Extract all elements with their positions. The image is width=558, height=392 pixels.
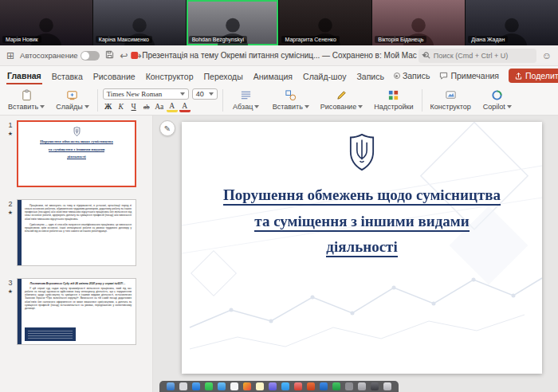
copilot-button[interactable]: Copilot [479,88,516,112]
participant-tile[interactable]: Каріна Максименко [93,0,186,45]
slide-number: 3 [8,279,12,287]
chevron-down-icon [305,105,309,108]
accent-bar [18,279,22,344]
font-name-combo[interactable]: Times New Roman [103,88,189,100]
dock-icon[interactable] [307,382,315,390]
dock-icon[interactable] [243,382,251,390]
dock-icon[interactable] [320,382,328,390]
dock-icon[interactable] [269,382,277,390]
thumbnail-callout-box [25,327,76,341]
chevron-down-icon [358,105,363,108]
search-input[interactable] [434,52,529,60]
dock-icon[interactable] [358,382,366,390]
slide-thumbnail-1[interactable]: Порушення обмежень щодо сумісництва та с… [17,120,136,187]
slide-canvas[interactable]: ✎ [153,116,558,392]
divider [97,89,98,112]
police-emblem[interactable] [347,133,377,171]
dock-icon[interactable] [332,382,340,390]
document-title-bar[interactable]: Презентація на тему Окремі питання суміс… [131,51,426,60]
record-button[interactable]: Запись [394,71,430,80]
document-title: Презентація на тему Окремі питання суміс… [142,51,416,60]
paste-button[interactable]: Вставить [5,88,48,112]
tab-transitions[interactable]: Переходы [203,69,244,84]
tab-draw[interactable]: Рисование [92,69,136,84]
powerpoint-doc-icon [131,52,138,59]
thumbnail-row: 1 ★ Порушення обмежень щодо сумісництва … [4,120,152,187]
slide-title-textbox[interactable]: Порушення обмежень щодо сумісництва та с… [182,182,542,261]
record-icon [394,73,400,79]
participant-name: Каріна Максименко [96,36,152,43]
feedback-smiley-icon[interactable]: ☺ [542,50,552,61]
ribbon-right-actions: Запись Примечания Поделиться [394,69,558,83]
addins-icon [387,89,399,101]
italic-button[interactable]: К [116,102,127,112]
thumbnail-heading: Постанова Верховного Суду від 26 квітня … [18,279,136,286]
bold-button[interactable]: Ж [103,102,114,112]
chevron-down-icon [84,105,89,108]
new-slide-button[interactable]: Слайды [53,88,92,112]
change-case-button[interactable]: Аа [154,102,165,112]
dock-icon[interactable] [179,382,187,390]
divider [222,89,223,112]
chevron-down-icon [209,92,214,96]
tab-record[interactable]: Запись [356,69,384,84]
insert-menu-button[interactable]: Вставить [269,88,312,112]
participant-name: Марія Новик [2,36,41,43]
chevron-down-icon [507,105,512,108]
comment-bubble-icon [439,72,448,80]
participant-tile[interactable]: Вікторія Біданець [372,0,465,45]
highlight-color-button[interactable]: А [167,102,178,112]
ink-tools-button[interactable]: ✎ [159,120,175,136]
font-group: Times New Roman 40 Ж К Ч ab Аа А А [103,88,218,112]
share-button[interactable]: Поделиться [509,69,558,83]
comments-button[interactable]: Примечания [439,71,499,80]
animation-star-icon: ★ [8,210,13,216]
app-grid-icon[interactable]: ⊞ [6,51,14,61]
tab-insert[interactable]: Вставка [51,69,84,84]
autosave-control[interactable]: Автосохранение [20,51,100,61]
underline-button[interactable]: Ч [128,102,140,112]
paragraph-menu-button[interactable]: Абзац [228,88,265,112]
slide-thumbnail-3[interactable]: Постанова Верховного Суду від 26 квітня … [17,278,136,345]
participant-tile[interactable]: Діана Жадан [466,0,558,45]
dock-icon[interactable] [230,382,238,390]
video-call-strip: Марія Новик Каріна Максименко Bohdan Bez… [0,0,558,45]
search-box[interactable] [418,49,536,63]
chevron-down-icon [40,105,45,108]
macos-dock [159,381,399,392]
dock-icon[interactable] [192,382,200,390]
accent-bar [18,200,22,265]
dock-icon[interactable] [281,382,289,390]
draw-menu-button[interactable]: Рисование [317,88,366,112]
designer-button[interactable]: Конструктор [427,88,474,112]
thumbnail-row: 3 ★ Постанова Верховного Суду від 26 кві… [4,278,152,345]
strikethrough-button[interactable]: ab [141,102,152,112]
paragraph-icon [240,89,252,101]
participant-tile[interactable]: Маргарита Сененко [279,0,371,45]
participant-tile[interactable]: Марія Новик [0,0,92,45]
dock-icon[interactable] [371,382,379,390]
thumbnail-body-text: Працівники, які виконують на тому ж підп… [18,200,136,237]
font-color-button[interactable]: А [179,102,191,112]
current-slide[interactable]: Порушення обмежень щодо сумісництва та с… [182,122,542,374]
dock-icon[interactable] [205,382,213,390]
pen-icon [336,89,348,101]
participant-name: Маргарита Сененко [281,36,339,43]
slide-thumbnail-2[interactable]: Працівники, які виконують на тому ж підп… [17,199,136,266]
dock-icon[interactable] [294,382,302,390]
dock-icon[interactable] [167,382,175,390]
autosave-toggle[interactable] [81,51,100,61]
dock-icon[interactable] [218,382,226,390]
dock-icon[interactable] [383,382,391,390]
dock-icon[interactable] [345,382,353,390]
tab-design[interactable]: Конструктор [145,69,195,84]
save-icon[interactable] [105,50,114,61]
tab-home[interactable]: Главная [6,68,42,84]
font-size-combo[interactable]: 40 [192,88,218,100]
dock-icon[interactable] [256,382,264,390]
participant-tile-active-speaker[interactable]: Bohdan Bezghynskyi [187,0,279,45]
undo-icon[interactable]: ↩ [120,51,128,61]
tab-animations[interactable]: Анимация [253,69,293,84]
tab-slideshow[interactable]: Слайд-шоу [302,69,347,84]
addins-button[interactable]: Надстройки [371,88,416,112]
